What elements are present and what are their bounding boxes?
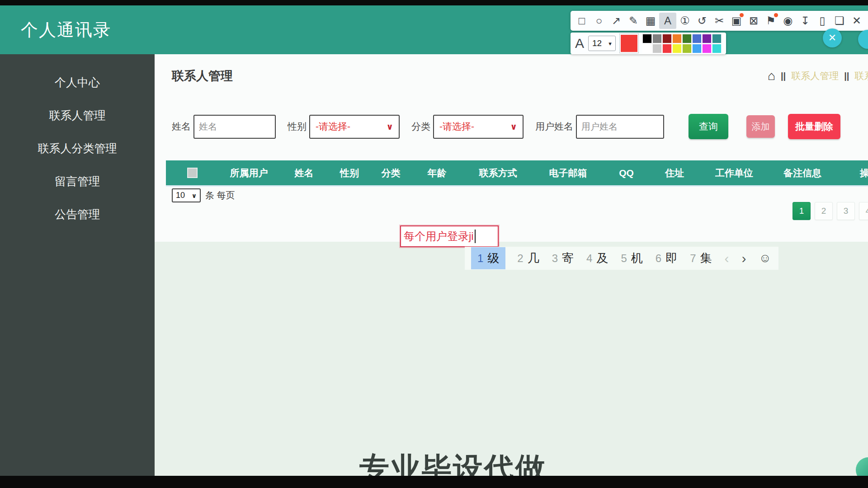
text-style-toolbar: A 12 ▾	[571, 33, 726, 54]
palette-color[interactable]	[692, 34, 702, 43]
floating-close-button[interactable]: ✕	[823, 28, 842, 47]
chevron-down-icon: ∨	[192, 192, 197, 199]
chevron-down-icon: ∨	[510, 122, 517, 132]
ellipse-tool-icon[interactable]: ○	[590, 13, 608, 29]
palette-color[interactable]	[672, 34, 682, 43]
column-header-owner-user: 所属用户	[218, 167, 279, 179]
palette-color[interactable]	[712, 34, 722, 43]
pen-tool-icon[interactable]: ✎	[625, 13, 642, 29]
column-header-age: 年龄	[411, 167, 462, 179]
category-select[interactable]: -请选择- ∨	[433, 115, 524, 139]
sidebar-item-message-management[interactable]: 留言管理	[0, 165, 155, 198]
record-icon[interactable]: ◉	[779, 13, 797, 29]
ime-composition-box[interactable]: 每个用户登录ji	[400, 225, 499, 247]
ime-candidate[interactable]: 5 机	[621, 250, 642, 266]
select-all-checkbox[interactable]	[187, 168, 198, 178]
palette-color[interactable]	[702, 44, 712, 53]
candidate-index: 3	[552, 252, 558, 265]
column-header-contact-info: 联系方式	[462, 167, 533, 179]
letterbox-top	[0, 0, 868, 5]
pagination: 1 2 3 4	[793, 202, 868, 220]
candidate-text: 寄	[562, 250, 574, 266]
current-color-swatch[interactable]	[620, 34, 638, 53]
category-select-value: -请选择-	[439, 120, 474, 133]
palette-color[interactable]	[672, 44, 682, 53]
name-label: 姓名	[172, 120, 191, 133]
home-icon[interactable]: ⌂	[768, 69, 775, 83]
batch-delete-button[interactable]: 批量删除	[788, 114, 840, 139]
candidate-index: 7	[690, 252, 696, 265]
translate-icon[interactable]: ▣	[728, 13, 745, 29]
palette-color[interactable]	[642, 44, 652, 53]
undo-icon[interactable]: ↺	[693, 13, 711, 29]
page-button-1[interactable]: 1	[793, 202, 811, 220]
page-button-2[interactable]: 2	[815, 202, 833, 220]
column-header-email: 电子邮箱	[533, 167, 603, 179]
font-size-select[interactable]: 12 ▾	[588, 36, 616, 51]
user-name-input[interactable]	[576, 115, 664, 139]
sidebar-item-contacts-management[interactable]: 联系人管理	[0, 99, 155, 132]
page-size-value: 10	[176, 191, 185, 200]
ime-candidate[interactable]: 6 即	[656, 250, 677, 266]
device-icon[interactable]: ▯	[814, 13, 831, 29]
region-capture-icon[interactable]: ✂	[711, 13, 728, 29]
ime-candidate-selected[interactable]: 1 级	[471, 247, 505, 269]
candidate-text: 机	[631, 250, 643, 266]
close-icon[interactable]: ✕	[848, 13, 865, 29]
breadcrumb-item-contacts[interactable]: 联系人管理	[791, 70, 839, 82]
mosaic-tool-icon[interactable]: ▦	[642, 13, 659, 29]
column-header-remarks: 备注信息	[769, 167, 835, 179]
page-title: 联系人管理	[172, 68, 233, 84]
ime-candidate[interactable]: 2 几	[517, 250, 539, 266]
page-size-select[interactable]: 10 ∨	[172, 188, 201, 202]
sidebar-item-personal-center[interactable]: 个人中心	[0, 66, 155, 99]
breadcrumb-separator: ||	[781, 71, 786, 81]
palette-color[interactable]	[702, 34, 712, 43]
query-button[interactable]: 查询	[689, 114, 728, 139]
breadcrumb-item-current[interactable]: 联系人管理	[854, 70, 868, 82]
ime-candidate[interactable]: 3 寄	[552, 250, 574, 266]
candidate-prev-arrow-icon[interactable]: ‹	[725, 251, 729, 266]
page-size-suffix: 条 每页	[205, 189, 235, 202]
add-button[interactable]: 添加	[746, 115, 775, 138]
letterbox-bottom	[0, 476, 868, 488]
text-tool-icon[interactable]: A	[659, 13, 676, 29]
ime-candidate[interactable]: 7 集	[690, 250, 712, 266]
content-panel	[155, 54, 868, 242]
name-input[interactable]	[193, 115, 276, 139]
page-button-3[interactable]: 3	[837, 202, 855, 220]
rectangle-tool-icon[interactable]: □	[573, 13, 590, 29]
download-icon[interactable]: ↧	[797, 13, 814, 29]
page-button-4[interactable]: 4	[859, 202, 868, 220]
counter-tool-icon[interactable]: ①	[676, 13, 693, 29]
palette-color[interactable]	[712, 44, 722, 53]
candidate-text: 几	[528, 250, 539, 266]
text-cursor	[475, 230, 476, 243]
emoji-picker-icon[interactable]: ☺	[759, 251, 772, 265]
screenshot-toolbar: □ ○ ↗ ✎ ▦ A ① ↺ ✂ ▣ ⊠ ⚑ ◉ ↧ ▯ ❏ ✕	[571, 11, 868, 31]
pin-icon[interactable]: ⚑	[762, 13, 779, 29]
bookmark-icon[interactable]: ❏	[831, 13, 848, 29]
font-size-value: 12	[592, 38, 602, 48]
palette-color[interactable]	[682, 44, 692, 53]
ime-candidate[interactable]: 4 及	[586, 250, 608, 266]
candidate-text: 级	[487, 250, 499, 266]
arrow-tool-icon[interactable]: ↗	[608, 13, 625, 29]
ocr-icon[interactable]: ⊠	[745, 13, 762, 29]
page-background	[155, 242, 868, 476]
palette-color[interactable]	[692, 44, 702, 53]
column-header-actions: 操作	[835, 167, 868, 179]
palette-color[interactable]	[682, 34, 692, 43]
palette-color[interactable]	[662, 44, 672, 53]
category-label: 分类	[411, 120, 430, 133]
palette-color[interactable]	[652, 34, 662, 43]
candidate-next-arrow-icon[interactable]: ›	[742, 251, 746, 266]
palette-color[interactable]	[652, 44, 662, 53]
gender-select[interactable]: -请选择- ∨	[309, 115, 400, 139]
filter-bar: 姓名 性别 -请选择- ∨ 分类 -请选择- ∨ 用户姓名 查询 添加 批量删除	[172, 114, 840, 139]
sidebar-item-contact-category-management[interactable]: 联系人分类管理	[0, 132, 155, 165]
palette-color[interactable]	[642, 34, 652, 43]
palette-color[interactable]	[662, 34, 672, 43]
table-header-row: 所属用户 姓名 性别 分类 年龄 联系方式 电子邮箱 QQ 住址 工作单位 备注…	[166, 160, 868, 185]
sidebar-item-announcement-management[interactable]: 公告管理	[0, 198, 155, 231]
